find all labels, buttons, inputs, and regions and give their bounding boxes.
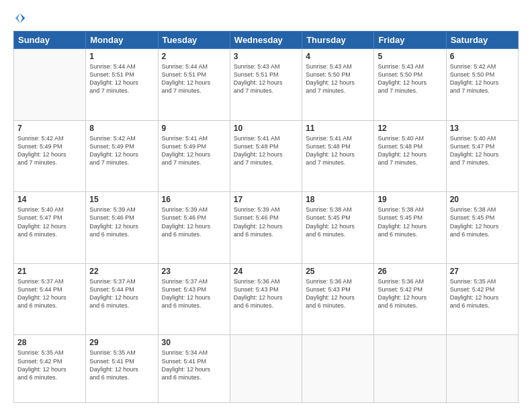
calendar-cell: 26Sunrise: 5:36 AM Sunset: 5:42 PM Dayli… [374, 263, 446, 335]
day-number: 2 [162, 52, 226, 61]
weekday-header-thursday: Thursday [302, 32, 374, 49]
calendar-cell [302, 335, 374, 403]
calendar-cell: 29Sunrise: 5:35 AM Sunset: 5:41 PM Dayli… [86, 335, 158, 403]
day-info: Sunrise: 5:37 AM Sunset: 5:44 PM Dayligh… [17, 277, 82, 310]
calendar-cell: 28Sunrise: 5:35 AM Sunset: 5:42 PM Dayli… [14, 335, 86, 403]
day-info: Sunrise: 5:37 AM Sunset: 5:43 PM Dayligh… [162, 277, 226, 310]
calendar-cell [14, 49, 86, 121]
day-info: Sunrise: 5:43 AM Sunset: 5:50 PM Dayligh… [306, 62, 370, 95]
calendar-cell: 21Sunrise: 5:37 AM Sunset: 5:44 PM Dayli… [14, 263, 86, 335]
calendar-cell: 8Sunrise: 5:42 AM Sunset: 5:49 PM Daylig… [86, 120, 158, 192]
calendar-cell: 1Sunrise: 5:44 AM Sunset: 5:51 PM Daylig… [86, 49, 158, 121]
day-info: Sunrise: 5:41 AM Sunset: 5:49 PM Dayligh… [162, 134, 226, 167]
day-number: 11 [306, 124, 370, 133]
weekday-header-monday: Monday [86, 32, 158, 49]
day-number: 23 [162, 267, 226, 276]
weekday-header-row: SundayMondayTuesdayWednesdayThursdayFrid… [14, 32, 519, 49]
page: SundayMondayTuesdayWednesdayThursdayFrid… [0, 0, 532, 411]
weekday-header-saturday: Saturday [446, 32, 518, 49]
day-number: 5 [378, 52, 442, 61]
day-info: Sunrise: 5:39 AM Sunset: 5:46 PM Dayligh… [89, 205, 154, 238]
calendar-table: SundayMondayTuesdayWednesdayThursdayFrid… [13, 31, 519, 403]
logo [13, 12, 26, 24]
day-number: 6 [450, 52, 515, 61]
calendar-cell: 25Sunrise: 5:36 AM Sunset: 5:43 PM Dayli… [302, 263, 374, 335]
day-number: 7 [17, 124, 82, 133]
day-info: Sunrise: 5:36 AM Sunset: 5:43 PM Dayligh… [234, 277, 298, 310]
day-number: 29 [89, 338, 154, 347]
calendar-cell: 24Sunrise: 5:36 AM Sunset: 5:43 PM Dayli… [230, 263, 302, 335]
day-info: Sunrise: 5:40 AM Sunset: 5:47 PM Dayligh… [450, 134, 515, 167]
calendar-cell: 30Sunrise: 5:34 AM Sunset: 5:41 PM Dayli… [158, 335, 230, 403]
calendar-cell: 10Sunrise: 5:41 AM Sunset: 5:48 PM Dayli… [230, 120, 302, 192]
calendar-cell: 6Sunrise: 5:42 AM Sunset: 5:50 PM Daylig… [446, 49, 518, 121]
day-info: Sunrise: 5:40 AM Sunset: 5:47 PM Dayligh… [17, 205, 82, 238]
day-info: Sunrise: 5:41 AM Sunset: 5:48 PM Dayligh… [234, 134, 298, 167]
day-number: 24 [234, 267, 298, 276]
calendar-cell: 27Sunrise: 5:35 AM Sunset: 5:42 PM Dayli… [446, 263, 518, 335]
day-number: 25 [306, 267, 370, 276]
week-row-1: 1Sunrise: 5:44 AM Sunset: 5:51 PM Daylig… [14, 49, 519, 121]
calendar-cell [446, 335, 518, 403]
calendar-cell: 17Sunrise: 5:39 AM Sunset: 5:46 PM Dayli… [230, 192, 302, 264]
day-number: 8 [89, 124, 154, 133]
day-number: 17 [234, 195, 298, 204]
day-info: Sunrise: 5:36 AM Sunset: 5:42 PM Dayligh… [378, 277, 442, 310]
calendar-cell: 22Sunrise: 5:37 AM Sunset: 5:44 PM Dayli… [86, 263, 158, 335]
day-number: 1 [89, 52, 154, 61]
week-row-5: 28Sunrise: 5:35 AM Sunset: 5:42 PM Dayli… [14, 335, 519, 403]
calendar-cell: 2Sunrise: 5:44 AM Sunset: 5:51 PM Daylig… [158, 49, 230, 121]
day-number: 14 [17, 195, 82, 204]
weekday-header-friday: Friday [374, 32, 446, 49]
header [13, 12, 519, 24]
day-number: 28 [17, 338, 82, 347]
calendar-cell [374, 335, 446, 403]
day-number: 18 [306, 195, 370, 204]
day-number: 16 [162, 195, 226, 204]
calendar-cell: 14Sunrise: 5:40 AM Sunset: 5:47 PM Dayli… [14, 192, 86, 264]
day-info: Sunrise: 5:42 AM Sunset: 5:50 PM Dayligh… [450, 62, 515, 95]
day-info: Sunrise: 5:44 AM Sunset: 5:51 PM Dayligh… [162, 62, 226, 95]
day-number: 12 [378, 124, 442, 133]
day-info: Sunrise: 5:43 AM Sunset: 5:50 PM Dayligh… [378, 62, 442, 95]
calendar-cell: 3Sunrise: 5:43 AM Sunset: 5:51 PM Daylig… [230, 49, 302, 121]
week-row-3: 14Sunrise: 5:40 AM Sunset: 5:47 PM Dayli… [14, 192, 519, 264]
calendar-cell: 5Sunrise: 5:43 AM Sunset: 5:50 PM Daylig… [374, 49, 446, 121]
calendar-cell: 13Sunrise: 5:40 AM Sunset: 5:47 PM Dayli… [446, 120, 518, 192]
day-info: Sunrise: 5:39 AM Sunset: 5:46 PM Dayligh… [162, 205, 226, 238]
calendar-cell: 12Sunrise: 5:40 AM Sunset: 5:48 PM Dayli… [374, 120, 446, 192]
calendar-cell: 11Sunrise: 5:41 AM Sunset: 5:48 PM Dayli… [302, 120, 374, 192]
day-info: Sunrise: 5:38 AM Sunset: 5:45 PM Dayligh… [450, 205, 515, 238]
calendar-cell: 9Sunrise: 5:41 AM Sunset: 5:49 PM Daylig… [158, 120, 230, 192]
day-number: 13 [450, 124, 515, 133]
day-number: 30 [162, 338, 226, 347]
day-info: Sunrise: 5:40 AM Sunset: 5:48 PM Dayligh… [378, 134, 442, 167]
day-info: Sunrise: 5:44 AM Sunset: 5:51 PM Dayligh… [89, 62, 154, 95]
day-info: Sunrise: 5:42 AM Sunset: 5:49 PM Dayligh… [89, 134, 154, 167]
day-info: Sunrise: 5:37 AM Sunset: 5:44 PM Dayligh… [89, 277, 154, 310]
day-number: 26 [378, 267, 442, 276]
day-info: Sunrise: 5:41 AM Sunset: 5:48 PM Dayligh… [306, 134, 370, 167]
day-info: Sunrise: 5:36 AM Sunset: 5:43 PM Dayligh… [306, 277, 370, 310]
day-number: 20 [450, 195, 515, 204]
day-info: Sunrise: 5:35 AM Sunset: 5:42 PM Dayligh… [17, 349, 82, 381]
calendar-cell: 15Sunrise: 5:39 AM Sunset: 5:46 PM Dayli… [86, 192, 158, 264]
day-info: Sunrise: 5:34 AM Sunset: 5:41 PM Dayligh… [162, 349, 226, 381]
day-number: 15 [89, 195, 154, 204]
day-info: Sunrise: 5:38 AM Sunset: 5:45 PM Dayligh… [378, 205, 442, 238]
weekday-header-tuesday: Tuesday [158, 32, 230, 49]
day-number: 21 [17, 267, 82, 276]
logo-icon [14, 12, 26, 24]
calendar-cell: 20Sunrise: 5:38 AM Sunset: 5:45 PM Dayli… [446, 192, 518, 264]
day-info: Sunrise: 5:43 AM Sunset: 5:51 PM Dayligh… [234, 62, 298, 95]
day-number: 9 [162, 124, 226, 133]
calendar-cell: 7Sunrise: 5:42 AM Sunset: 5:49 PM Daylig… [14, 120, 86, 192]
day-info: Sunrise: 5:35 AM Sunset: 5:41 PM Dayligh… [89, 349, 154, 381]
weekday-header-wednesday: Wednesday [230, 32, 302, 49]
weekday-header-sunday: Sunday [14, 32, 86, 49]
calendar-cell: 19Sunrise: 5:38 AM Sunset: 5:45 PM Dayli… [374, 192, 446, 264]
calendar-cell: 4Sunrise: 5:43 AM Sunset: 5:50 PM Daylig… [302, 49, 374, 121]
day-number: 19 [378, 195, 442, 204]
week-row-4: 21Sunrise: 5:37 AM Sunset: 5:44 PM Dayli… [14, 263, 519, 335]
logo-text [13, 12, 26, 24]
